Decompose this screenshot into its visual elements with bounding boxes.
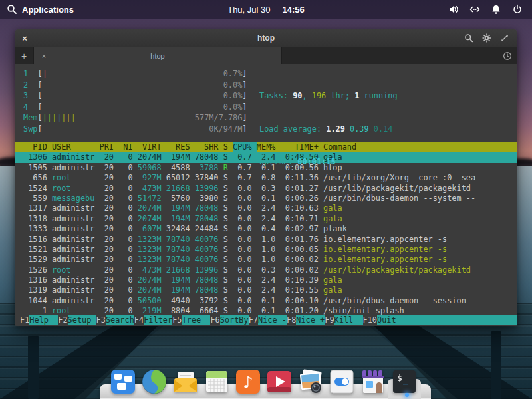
tab-htop[interactable]: × htop (34, 47, 282, 64)
process-row[interactable]: 1526 root 20 0 473M 21668 13996 S 0.0 0.… (15, 265, 517, 275)
process-row[interactable]: 1318 administr 20 0 2074M 194M 78048 S 0… (15, 214, 517, 224)
process-row[interactable]: 1529 administr 20 0 1323M 78740 40076 S … (15, 255, 517, 265)
dock-icon-videos[interactable] (265, 368, 293, 396)
history-icon[interactable] (503, 51, 512, 61)
tab-title: htop (34, 52, 281, 60)
svg-text:♪: ♪ (243, 373, 253, 392)
dock-icon-terminal[interactable]: $ _ (390, 368, 418, 396)
process-row[interactable]: 559 messagebu 20 0 51472 5760 3980 S 0.0… (15, 194, 517, 203)
dock-icon-system-settings[interactable] (328, 368, 356, 396)
window-close-button[interactable]: × (15, 33, 35, 43)
search-icon (7, 4, 17, 15)
tab-bar: + × htop (15, 47, 517, 64)
dock-icon-calendar[interactable] (203, 368, 231, 396)
tab-history-area (503, 47, 517, 64)
fkey-search[interactable]: F3Search (96, 315, 134, 325)
pier-post-left (28, 336, 39, 399)
new-tab-button[interactable]: + (15, 47, 34, 64)
fkey-kill[interactable]: F9Kill (325, 315, 362, 325)
load-average-line: Load average: 1.29 0.39 0.14 (259, 124, 398, 135)
dock-running-indicator (405, 393, 409, 397)
desktop: Applications Thu, Jul 30 14:56 (0, 0, 532, 399)
search-icon[interactable] (464, 33, 473, 43)
dock-icon-appcenter[interactable] (359, 368, 387, 396)
pier-post-right (491, 331, 501, 399)
dock-icon-music[interactable]: ♪ (234, 368, 262, 396)
panel-date: Thu, Jul 30 (227, 5, 270, 15)
process-row[interactable]: 1317 administr 20 0 2074M 194M 78048 S 0… (15, 203, 517, 213)
fkey-nice-[interactable]: F7Nice - (249, 315, 287, 325)
process-row[interactable]: 1516 administr 20 0 1323M 78740 40076 S … (15, 235, 517, 245)
window-titlebar[interactable]: × htop (15, 29, 517, 47)
dock-icons: ♪ (109, 368, 418, 396)
power-icon[interactable] (512, 4, 523, 15)
volume-icon[interactable] (448, 4, 459, 15)
tasks-line: Tasks: 90, 196 thr; 1 running (259, 90, 398, 102)
fkey-tree[interactable]: F5Tree (172, 315, 210, 325)
applications-label: Applications (22, 5, 74, 15)
htop-summary: Tasks: 90, 196 thr; 1 running Load avera… (259, 68, 398, 190)
top-panel: Applications Thu, Jul 30 14:56 (0, 0, 532, 19)
uptime-line: Uptime: 00:01:15 (259, 156, 398, 168)
process-row[interactable]: 1521 administr 20 0 1323M 78740 40076 S … (15, 245, 517, 255)
maximize-icon[interactable] (500, 33, 509, 43)
function-key-bar: F1Help F2Setup F3SearchF4FilterF5Tree F6… (15, 315, 517, 325)
panel-indicators (448, 4, 532, 15)
applications-menu[interactable]: Applications (0, 4, 74, 15)
panel-time: 14:56 (283, 5, 305, 15)
notifications-icon[interactable] (491, 4, 501, 15)
dock-icon-photos[interactable] (297, 368, 325, 396)
window-title: htop (15, 33, 517, 43)
dock-icon-mail[interactable] (172, 368, 200, 396)
process-row[interactable]: 1319 administr 20 0 2074M 194M 78048 S 0… (15, 285, 517, 295)
process-row[interactable]: 1044 administr 20 0 50500 4940 3792 S 0.… (15, 296, 517, 306)
terminal-window: × htop (15, 29, 517, 326)
settings-gear-icon[interactable] (482, 33, 491, 43)
fkey-setup[interactable]: F2Setup (58, 315, 96, 325)
fkey-help[interactable]: F1Help (20, 315, 58, 325)
process-row[interactable]: 1333 administr 20 0 607M 32484 24484 S 0… (15, 224, 517, 234)
fkey-sortby[interactable]: F6SortBy (210, 315, 248, 325)
fkey-filter[interactable]: F4Filter (134, 315, 172, 325)
fkey-quit[interactable]: F10Quit (363, 315, 406, 325)
tab-close-button[interactable]: × (34, 52, 54, 60)
htop-screen: 1 [| 0.7%]2 [ 0.0%]3 [ 0.0%]4 [ 0.0%]Mem… (15, 64, 517, 326)
terminal-dollar-glyph: $ (397, 373, 402, 383)
process-row[interactable]: 1316 administr 20 0 2074M 194M 78048 S 0… (15, 275, 517, 285)
fkey-bar-fill (406, 315, 517, 325)
terminal-cursor-glyph: _ (403, 374, 408, 385)
dock-icon-web-browser[interactable] (140, 368, 168, 396)
network-icon[interactable] (469, 4, 480, 15)
dock-icon-multitasking-view[interactable] (109, 368, 137, 396)
fkey-nice-[interactable]: F8Nice + (287, 315, 325, 325)
